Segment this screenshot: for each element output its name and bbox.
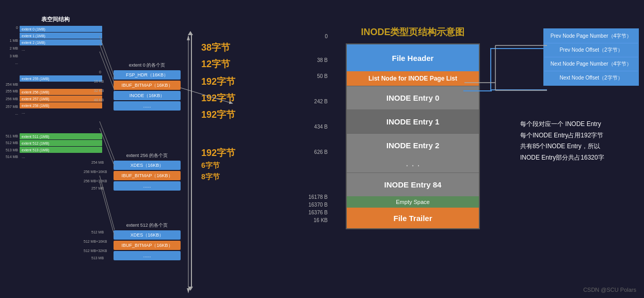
right-text: 每个段对应一个 INODE Entry 每个INODE Entry占用192字节… — [520, 119, 639, 163]
right-text-line-2: 共有85个INODE Entry，所以 — [520, 141, 639, 152]
diagram-title: INODE类型页结构示意图 — [330, 26, 495, 38]
extent256-title: extent 256 的各个页 — [114, 152, 181, 159]
extent256-box: extent 256 的各个页 254 MB 256 MB+16KB 256 M… — [114, 152, 181, 192]
file-trailer-block: File Trailer — [347, 208, 479, 228]
canvas: 表空间结构 0 1 MB 2 MB 3 MB ... 254 MB 255 MB… — [0, 0, 644, 298]
inode-entry-1-block: INODE Entry 1 — [347, 109, 479, 133]
extent-ellipsis-2: ... — [20, 109, 102, 115]
offset-16370: 16370 B — [299, 202, 328, 208]
inode-entry-0-block: INODE Entry 0 — [347, 86, 479, 109]
size-6: 6字节 — [201, 161, 248, 170]
offset-38: 38 B — [299, 57, 328, 63]
svg-marker-8 — [187, 35, 190, 40]
connector-horiz-bot — [490, 89, 547, 90]
file-header-block: File Header — [347, 44, 479, 71]
extent-bar-256: extent 256 (1MB) — [20, 89, 102, 95]
extent-bar-511: extent 511 (1MB) — [20, 133, 102, 139]
size-192-1: 192字节 — [201, 75, 248, 88]
tablespace-title: 表空间结构 — [3, 15, 108, 23]
extent-bar-0: extent 0 (1MB) — [20, 26, 102, 32]
connector-horiz-top — [490, 48, 547, 49]
info-row-1: Prev Node Offset（2字节） — [544, 43, 638, 57]
size-labels-col: 38字节 12字节 192字节 192字节 192字节 192字节 6字节 8字… — [201, 35, 248, 182]
down-arrow — [188, 287, 193, 291]
empty-space-block: Empty Space — [347, 196, 479, 208]
fsp-hdr-block: FSP_HDR（16KB） — [114, 70, 181, 80]
xdes-block-256: XDES（16KB） — [114, 161, 181, 170]
vertical-arrow-line — [191, 35, 192, 288]
right-text-line-3: INODE Entry部分共占16320字 — [520, 152, 639, 164]
right-info-box: Prev Node Page Number（4字节） Prev Node Off… — [543, 28, 639, 86]
extent-bar-258: extent 258 (1MB) — [20, 102, 102, 108]
offset-16kb: 16 KB — [299, 217, 328, 223]
inode-entry-2-block: INODE Entry 2 — [347, 133, 479, 157]
ellipsis-block-0: ...... — [114, 101, 181, 111]
ellipsis-block-256: ...... — [114, 181, 181, 191]
watermark: CSDN @SCU Polars — [583, 287, 636, 293]
extent-bar-512: extent 512 (1MB) — [20, 140, 102, 146]
ibuf-bitmap-block-256: IBUF_BITMAP（16KB） — [114, 171, 181, 180]
ibuf-bitmap-block-512: IBUF_BITMAP（16KB） — [114, 241, 181, 250]
extent512-title: extent 512 的各个页 — [114, 222, 181, 229]
extent0-title: extent 0 的各个页 — [114, 62, 181, 69]
extent512-box: extent 512 的各个页 512 MB 512 MB+16KB 512 M… — [114, 222, 181, 261]
extent-ellipsis-3: ... — [20, 153, 102, 160]
dots-block: · · · — [347, 157, 479, 172]
offset-626: 626 B — [299, 149, 328, 155]
info-row-0: Prev Node Page Number（4字节） — [544, 29, 638, 43]
extent0-group: extent 0 (1MB) extent 1 (1MB) extent 2 (… — [20, 26, 102, 82]
extent-bar-513: extent 513 (1MB) — [20, 147, 102, 153]
ellipsis-block-512: ...... — [114, 251, 181, 260]
offset-242: 242 B — [299, 99, 328, 104]
info-row-2: Next Node Page Number（4字节） — [544, 57, 638, 71]
inode-block: INODE（16KB） — [114, 91, 181, 100]
offset-16178: 16178 B — [299, 194, 328, 200]
offset-50: 50 B — [299, 73, 328, 79]
extent256-group: extent 256 (1MB) extent 257 (1MB) extent… — [20, 89, 102, 115]
extent-ellipsis-1: ... — [20, 46, 102, 52]
extent-bar-2: extent 2 (1MB) — [20, 39, 102, 45]
xdes-block-512: XDES（16KB） — [114, 230, 181, 240]
inode-entry-84-block: INODE Entry 84 — [347, 172, 479, 196]
extent-bar-255: extent 255 (1MB) — [20, 75, 102, 82]
size-192-4: 192字节 — [201, 147, 248, 159]
right-text-line-1: 每个INODE Entry占用192字节 — [520, 130, 639, 142]
extent512-group: extent 511 (1MB) extent 512 (1MB) extent… — [20, 133, 102, 160]
offset-0: 0 — [299, 34, 328, 39]
offset-434: 434 B — [299, 124, 328, 130]
byte-offsets-col: 0 38 B 50 B 242 B 434 B 626 B 16178 B 16… — [299, 34, 328, 223]
extent0-box: extent 0 的各个页 0 16 KB 32 KB 48 KB FSP_HD… — [114, 62, 181, 112]
size-38: 38字节 — [201, 41, 248, 54]
ibuf-bitmap-block-0: IBUF_BITMAP（16KB） — [114, 81, 181, 90]
connector-vert — [490, 48, 491, 91]
extent-bar-257: extent 257 (1MB) — [20, 96, 102, 102]
extent-bar-1: extent 1 (1MB) — [20, 33, 102, 39]
list-node-block: List Node for INODE Page List — [347, 71, 479, 86]
size-192-3: 192字节 — [201, 108, 248, 121]
size-12: 12字节 — [201, 58, 248, 70]
left-panel: 表空间结构 0 1 MB 2 MB 3 MB ... 254 MB 255 MB… — [3, 15, 108, 294]
size-192-2: 192字节 — [201, 92, 248, 104]
up-arrow — [188, 31, 193, 35]
size-8: 8字节 — [201, 172, 248, 182]
connector-line — [463, 90, 492, 91]
main-diagram: INODE类型页结构示意图 File Header List Node for … — [330, 26, 495, 229]
info-row-3: Next Node Offset（2字节） — [544, 71, 638, 85]
offset-16376: 16376 B — [299, 210, 328, 215]
page-block: File Header List Node for INODE Page Lis… — [346, 43, 480, 229]
right-text-line-0: 每个段对应一个 INODE Entry — [520, 119, 639, 130]
